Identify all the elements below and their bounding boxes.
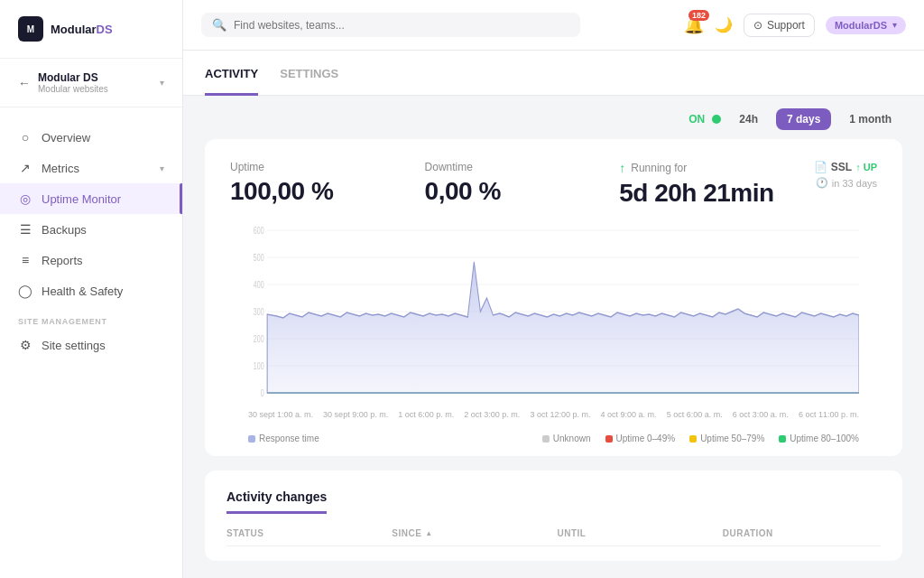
running-value: 5d 20h 21min xyxy=(619,179,814,208)
col-status: STATUS xyxy=(226,528,384,538)
x-label-3: 2 oct 3:00 p. m. xyxy=(464,410,520,419)
dark-mode-icon[interactable]: 🌙 xyxy=(715,16,733,33)
time-btn-24h[interactable]: 24h xyxy=(728,108,769,130)
chart-legend: Response time Unknown Uptime 0–49% xyxy=(248,426,859,456)
search-icon: 🔍 xyxy=(212,18,226,32)
legend-uptime-low: Uptime 0–49% xyxy=(605,434,676,443)
x-label-5: 4 oct 9:00 a. m. xyxy=(601,410,657,419)
legend-label-unknown: Unknown xyxy=(553,434,591,443)
tab-settings[interactable]: SETTINGS xyxy=(280,51,338,96)
sidebar-item-label: Health & Safety xyxy=(42,284,123,298)
logo-icon: M xyxy=(18,16,43,42)
uptime-value: 100,00 % xyxy=(230,177,425,206)
table-header-row: STATUS SINCE ▲ UNTIL DURATION xyxy=(226,528,881,546)
legend-label-response: Response time xyxy=(259,434,319,443)
x-label-6: 5 oct 6:00 a. m. xyxy=(667,410,723,419)
workspace-subtitle: Modular websites xyxy=(38,84,108,94)
x-label-8: 6 oct 11:00 p. m. xyxy=(799,410,859,419)
ssl-expiry: in 33 days xyxy=(832,178,877,189)
notification-bell[interactable]: 🔔 182 xyxy=(684,15,704,35)
sidebar-item-uptime[interactable]: ◎ Uptime Monitor xyxy=(0,183,182,214)
sidebar-item-site-settings[interactable]: ⚙ Site settings xyxy=(0,330,182,360)
sidebar-item-label: Reports xyxy=(42,254,83,267)
sidebar-item-label: Uptime Monitor xyxy=(42,192,121,206)
downtime-value: 0,00 % xyxy=(425,177,620,206)
overview-icon: ○ xyxy=(18,130,32,144)
sidebar-item-overview[interactable]: ○ Overview xyxy=(0,122,182,153)
topbar: 🔍 🔔 182 🌙 ⊙ Support ModularDS ▾ xyxy=(183,0,924,51)
uptime-label: Uptime xyxy=(230,161,425,173)
tabs-bar: ACTIVITY SETTINGS xyxy=(183,51,924,96)
sidebar: M ModularDS ← Modular DS Modular website… xyxy=(0,0,183,578)
x-label-0: 30 sept 1:00 a. m. xyxy=(248,410,313,419)
sidebar-item-metrics[interactable]: ↗ Metrics ▾ xyxy=(0,153,182,183)
backups-icon: ☰ xyxy=(18,222,32,237)
time-controls: ON 24h 7 days 1 month xyxy=(205,96,902,139)
ssl-status: ↑ UP xyxy=(855,162,877,172)
col-since[interactable]: SINCE ▲ xyxy=(392,528,550,538)
legend-label-mid: Uptime 50–79% xyxy=(700,434,764,443)
legend-label-low: Uptime 0–49% xyxy=(616,434,676,443)
legend-uptime-mid: Uptime 50–79% xyxy=(689,434,764,443)
x-label-4: 3 oct 12:00 p. m. xyxy=(530,410,590,419)
chart-area: 600 500 400 300 200 100 0 xyxy=(230,217,877,456)
sidebar-item-reports[interactable]: ≡ Reports xyxy=(0,245,182,275)
content-area: ACTIVITY SETTINGS ON 24h 7 days 1 month … xyxy=(183,51,924,578)
svg-text:500: 500 xyxy=(254,253,264,264)
metrics-icon: ↗ xyxy=(18,161,32,175)
clock-icon: 🕐 xyxy=(816,177,828,189)
svg-text:100: 100 xyxy=(254,361,264,372)
running-arrow-icon: ↑ xyxy=(619,161,625,175)
support-icon: ⊙ xyxy=(753,19,762,32)
sidebar-item-label: Site settings xyxy=(42,339,106,352)
workspace-selector[interactable]: ← Modular DS Modular websites ▾ xyxy=(0,59,182,107)
site-management-label: Site Management xyxy=(0,306,182,330)
ssl-info: 📄 SSL ↑ UP 🕐 in 33 days xyxy=(814,161,877,189)
ssl-icon: 📄 xyxy=(814,161,827,173)
sidebar-item-label: Backups xyxy=(42,223,87,237)
sidebar-item-backups[interactable]: ☰ Backups xyxy=(0,214,182,245)
site-settings-icon: ⚙ xyxy=(18,338,32,352)
legend-dot-low xyxy=(605,435,613,443)
col-duration: DURATION xyxy=(723,528,881,538)
legend-uptime-high: Uptime 80–100% xyxy=(779,434,859,443)
svg-text:600: 600 xyxy=(254,226,264,236)
uptime-icon: ◎ xyxy=(18,191,32,206)
sidebar-item-label: Metrics xyxy=(42,162,79,175)
reports-icon: ≡ xyxy=(18,253,32,267)
time-btn-7days[interactable]: 7 days xyxy=(776,108,831,130)
main-area: 🔍 🔔 182 🌙 ⊙ Support ModularDS ▾ ACTIVITY… xyxy=(183,0,924,578)
logo-area: M ModularDS xyxy=(0,0,182,59)
time-btn-1month[interactable]: 1 month xyxy=(838,108,902,130)
legend-dot-mid xyxy=(689,435,697,443)
legend-dot-unknown xyxy=(542,435,550,443)
logo-text: ModularDS xyxy=(51,23,113,36)
search-box[interactable]: 🔍 xyxy=(201,13,580,37)
back-arrow-icon[interactable]: ← xyxy=(18,76,31,90)
downtime-stat: Downtime 0,00 % xyxy=(425,161,620,206)
activity-changes-title: Activity changes xyxy=(226,489,327,514)
legend-label-high: Uptime 80–100% xyxy=(790,434,859,443)
chart-x-labels: 30 sept 1:00 a. m. 30 sept 9:00 p. m. 1 … xyxy=(248,406,859,426)
x-label-7: 6 oct 3:00 a. m. xyxy=(733,410,789,419)
downtime-label: Downtime xyxy=(425,161,620,173)
col-until: UNTIL xyxy=(558,528,716,538)
user-name: ModularDS xyxy=(835,20,887,31)
uptime-stat: Uptime 100,00 % xyxy=(230,161,425,206)
sidebar-nav: ○ Overview ↗ Metrics ▾ ◎ Uptime Monitor … xyxy=(0,107,182,578)
user-menu[interactable]: ModularDS ▾ xyxy=(826,16,906,34)
support-button[interactable]: ⊙ Support xyxy=(744,14,815,37)
running-label: Running for xyxy=(631,162,687,174)
workspace-name: Modular DS xyxy=(38,71,108,84)
tab-activity[interactable]: ACTIVITY xyxy=(205,51,258,96)
health-icon: ◯ xyxy=(18,284,32,298)
legend-dot-response xyxy=(248,435,255,443)
svg-text:400: 400 xyxy=(254,280,264,291)
search-input[interactable] xyxy=(234,19,569,32)
running-stat: ↑ Running for 5d 20h 21min xyxy=(619,161,814,208)
activity-changes-section: Activity changes STATUS SINCE ▲ UNTIL DU… xyxy=(205,471,902,561)
legend-unknown: Unknown xyxy=(542,434,591,443)
legend-response: Response time xyxy=(248,434,319,443)
sidebar-item-health[interactable]: ◯ Health & Safety xyxy=(0,275,182,306)
ssl-label: SSL xyxy=(831,161,852,173)
